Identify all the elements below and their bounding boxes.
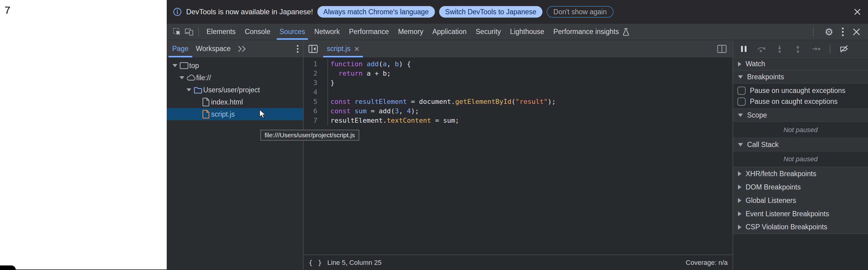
line-number[interactable]: 7: [304, 116, 328, 125]
folder-icon: [193, 86, 203, 94]
file-path-tooltip: file:///Users/user/project/script.js: [260, 130, 359, 141]
deactivate-breakpoints-icon[interactable]: [839, 44, 848, 53]
tree-item-project-folder[interactable]: Users/user/project: [167, 84, 303, 96]
line-number[interactable]: 4: [304, 87, 328, 97]
disclosure-triangle-icon[interactable]: [185, 88, 193, 91]
section-dom-breakpoints[interactable]: DOM Breakpoints: [733, 180, 868, 194]
step-into-icon[interactable]: [775, 44, 784, 53]
infobar-message: DevTools is now available in Japanese!: [186, 8, 313, 16]
section-call-stack[interactable]: Call Stack: [733, 138, 868, 151]
section-breakpoints[interactable]: Breakpoints: [733, 70, 868, 83]
code-lines: 1function add(a, b) {2 return a + b;3}45…: [304, 59, 733, 125]
disclosure-triangle-icon: [738, 143, 743, 146]
navigator-tab-page[interactable]: Page: [168, 40, 192, 57]
code-line-content[interactable]: const resultElement = document.getElemen…: [328, 98, 556, 106]
section-scope[interactable]: Scope: [733, 109, 868, 121]
file-tab-close-icon[interactable]: ×: [354, 44, 360, 54]
toggle-sidebar-icon[interactable]: [717, 44, 727, 54]
tab-sources[interactable]: Sources: [275, 24, 309, 40]
line-number[interactable]: 3: [304, 78, 328, 87]
tab-network[interactable]: Network: [310, 24, 344, 40]
page-corner-shape: [0, 265, 16, 270]
inspect-element-icon[interactable]: [171, 26, 183, 38]
more-tabs-icon[interactable]: [237, 45, 248, 53]
tab-label: Sources: [279, 28, 305, 36]
tab-performance-insights[interactable]: Performance insights: [549, 24, 634, 40]
code-line-content[interactable]: function add(a, b) {: [328, 60, 411, 68]
pause-icon[interactable]: [740, 44, 748, 53]
disclosure-triangle-icon: [738, 171, 741, 176]
tab-elements[interactable]: Elements: [202, 24, 240, 40]
close-devtools-icon[interactable]: [852, 28, 861, 36]
line-number[interactable]: 2: [304, 69, 328, 78]
section-label: XHR/fetch Breakpoints: [746, 170, 816, 178]
code-line: 5const resultElement = document.getEleme…: [304, 97, 733, 106]
toolbar-divider: [813, 27, 814, 36]
debugger-sidebar: Watch Breakpoints Pause on uncaught exce…: [733, 40, 868, 270]
disclosure-triangle-icon: [738, 225, 741, 230]
code-line: 1function add(a, b) {: [304, 59, 733, 69]
code-token: const: [331, 107, 350, 115]
checkbox[interactable]: [737, 87, 746, 95]
section-csp-violation-breakpoints[interactable]: CSP Violation Breakpoints: [733, 220, 868, 234]
navigator-tab-workspace[interactable]: Workspace: [192, 40, 235, 57]
disclosure-triangle-icon[interactable]: [171, 64, 179, 67]
code-token: "result": [516, 98, 548, 106]
settings-gear-icon[interactable]: ⚙: [825, 26, 833, 38]
source-editor-pane: script.js × 1function add(a, b) {2 retur…: [304, 40, 733, 270]
scope-status: Not paused: [733, 121, 868, 138]
section-xhr-breakpoints[interactable]: XHR/fetch Breakpoints: [733, 167, 868, 180]
device-toolbar-icon[interactable]: [183, 26, 195, 38]
switch-to-japanese-button[interactable]: Switch DevTools to Japanese: [439, 6, 542, 18]
always-match-language-button[interactable]: Always match Chrome's language: [317, 6, 435, 18]
tab-label: Page: [172, 44, 189, 53]
section-event-listener-breakpoints[interactable]: Event Listener Breakpoints: [733, 207, 868, 220]
dont-show-again-button[interactable]: Don't show again: [547, 6, 614, 18]
section-label: Global Listeners: [746, 197, 796, 205]
code-line-content[interactable]: return a + b;: [328, 69, 391, 77]
tree-item-index-html[interactable]: index.html: [167, 96, 303, 108]
tab-label: Workspace: [196, 44, 231, 53]
code-line-content[interactable]: resultElement.textContent = sum;: [328, 117, 459, 124]
step-out-icon[interactable]: [793, 44, 802, 53]
tab-security[interactable]: Security: [471, 24, 505, 40]
code-token: (: [379, 60, 383, 68]
section-watch[interactable]: Watch: [733, 58, 868, 70]
code-line: 4: [304, 87, 733, 97]
devtools-tabbar: Elements Console Sources Network Perform…: [167, 24, 868, 40]
code-token: [350, 98, 354, 106]
hide-navigator-icon[interactable]: [308, 44, 318, 54]
tab-label: Application: [432, 28, 467, 36]
navigator-kebab-icon[interactable]: [297, 44, 299, 54]
pretty-print-icon[interactable]: { }: [309, 259, 322, 266]
toolbar-divider: [198, 27, 199, 36]
tab-application[interactable]: Application: [428, 24, 471, 40]
code-token: = sum;: [431, 117, 459, 124]
code-line-content[interactable]: const sum = add(3, 4);: [328, 107, 419, 115]
section-label: Watch: [746, 60, 765, 68]
section-global-listeners[interactable]: Global Listeners: [733, 194, 868, 207]
experiment-flask-icon: [622, 28, 630, 36]
disclosure-triangle-icon[interactable]: [178, 76, 186, 79]
pause-uncaught-row[interactable]: Pause on uncaught exceptions: [733, 85, 868, 96]
tab-memory[interactable]: Memory: [394, 24, 428, 40]
tree-item-file-protocol[interactable]: file://: [167, 72, 303, 84]
tree-item-top[interactable]: top: [167, 60, 303, 72]
step-icon[interactable]: [811, 44, 820, 53]
file-tab-script-js[interactable]: script.js ×: [323, 40, 363, 57]
tab-performance[interactable]: Performance: [344, 24, 394, 40]
pause-caught-row[interactable]: Pause on caught exceptions: [733, 96, 868, 107]
line-number[interactable]: 6: [304, 106, 328, 116]
kebab-menu-icon[interactable]: [841, 27, 844, 37]
tab-console[interactable]: Console: [240, 24, 275, 40]
step-over-icon[interactable]: [757, 44, 766, 53]
tree-item-script-js[interactable]: script.js: [167, 108, 303, 120]
code-editor[interactable]: 1function add(a, b) {2 return a + b;3}45…: [304, 58, 733, 254]
code-token: = document.: [407, 98, 455, 106]
tab-lighthouse[interactable]: Lighthouse: [505, 24, 549, 40]
checkbox[interactable]: [737, 97, 746, 106]
infobar-close-icon[interactable]: [852, 7, 863, 17]
line-number[interactable]: 1: [304, 59, 328, 69]
line-number[interactable]: 5: [304, 97, 328, 106]
code-line-content[interactable]: }: [328, 79, 334, 87]
